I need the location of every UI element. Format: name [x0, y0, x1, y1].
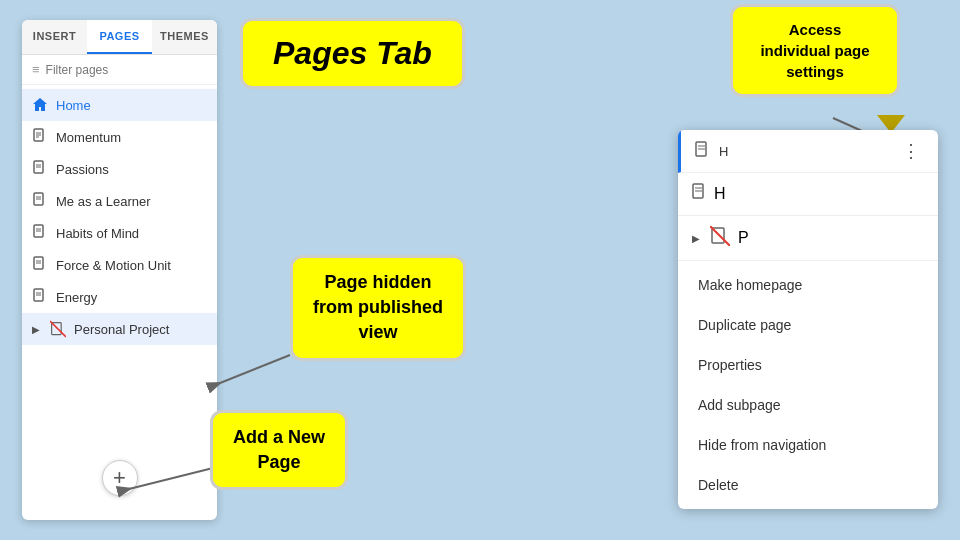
- page-icon-passions: [32, 160, 48, 178]
- add-page-button[interactable]: +: [102, 460, 138, 496]
- tab-insert[interactable]: INSERT: [22, 20, 87, 54]
- page-item-momentum[interactable]: Momentum: [22, 121, 217, 153]
- callout-access-settings: Accessindividual pagesettings: [730, 4, 900, 97]
- page-item-habits[interactable]: Habits of Mind: [22, 217, 217, 249]
- context-expand-arrow: ▶: [692, 233, 700, 244]
- menu-item-duplicate[interactable]: Duplicate page: [678, 305, 938, 345]
- expand-arrow: ▶: [32, 324, 40, 335]
- page-item-home[interactable]: Home: [22, 89, 217, 121]
- pages-tab-title: Pages Tab: [240, 18, 465, 89]
- context-menu-header-row2: H: [678, 173, 938, 216]
- context-menu-header-row3: ▶ P: [678, 216, 938, 261]
- context-page-label-3: P: [738, 229, 749, 247]
- page-item-learner[interactable]: Me as a Learner: [22, 185, 217, 217]
- filter-icon: ≡: [32, 62, 40, 77]
- home-icon: [32, 96, 48, 114]
- callout-hidden: Page hiddenfrom publishedview: [290, 255, 466, 361]
- page-item-energy[interactable]: Energy: [22, 281, 217, 313]
- page-list: Home Momentum P: [22, 85, 217, 349]
- context-page-label-2: H: [714, 185, 726, 203]
- page-icon-momentum: [32, 128, 48, 146]
- tab-pages[interactable]: PAGES: [87, 20, 152, 54]
- filter-row: ≡: [22, 55, 217, 85]
- page-icon-habits: [32, 224, 48, 242]
- context-menu-header-row1: H ⋮: [678, 130, 938, 173]
- menu-item-add-subpage[interactable]: Add subpage: [678, 385, 938, 425]
- context-menu-panel: H ⋮ H ▶ P Make homepage Duplicate page P…: [678, 130, 938, 509]
- page-icon-learner: [32, 192, 48, 210]
- context-hidden-icon: [710, 226, 730, 250]
- svg-line-23: [215, 355, 290, 385]
- callout-add: Add a NewPage: [210, 410, 348, 490]
- page-icon-energy: [32, 288, 48, 306]
- context-page-label-1: H: [719, 144, 890, 159]
- page-icon-force: [32, 256, 48, 274]
- panel-tabs: INSERT PAGES THEMES: [22, 20, 217, 55]
- menu-item-hide[interactable]: Hide from navigation: [678, 425, 938, 465]
- hidden-page-icon: [50, 320, 66, 338]
- left-panel: INSERT PAGES THEMES ≡ Home: [22, 20, 217, 520]
- context-menu-items: Make homepage Duplicate page Properties …: [678, 261, 938, 509]
- page-item-personal[interactable]: ▶ Personal Project: [22, 313, 217, 345]
- three-dots-button[interactable]: ⋮: [898, 140, 924, 162]
- context-page-icon-2: [692, 183, 706, 205]
- page-item-passions[interactable]: Passions: [22, 153, 217, 185]
- menu-item-properties[interactable]: Properties: [678, 345, 938, 385]
- tab-themes[interactable]: THEMES: [152, 20, 217, 54]
- context-page-icon-1: [695, 141, 711, 161]
- page-item-force[interactable]: Force & Motion Unit: [22, 249, 217, 281]
- menu-item-make-homepage[interactable]: Make homepage: [678, 265, 938, 305]
- filter-input[interactable]: [46, 63, 207, 77]
- menu-item-delete[interactable]: Delete: [678, 465, 938, 505]
